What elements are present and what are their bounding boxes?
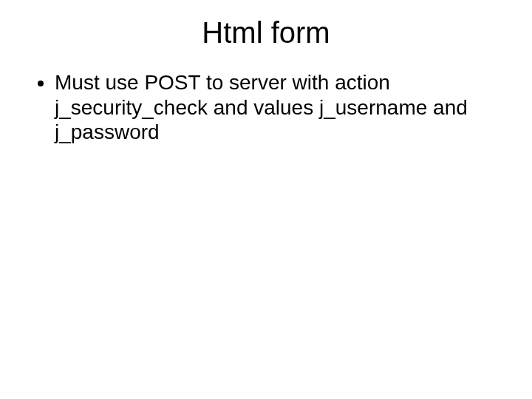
slide: Html form Must use POST to server with a… [0, 0, 532, 399]
bullet-list: Must use POST to server with action j_se… [30, 70, 502, 145]
list-item: Must use POST to server with action j_se… [55, 70, 502, 145]
slide-body: Must use POST to server with action j_se… [0, 50, 532, 145]
slide-title: Html form [0, 0, 532, 50]
